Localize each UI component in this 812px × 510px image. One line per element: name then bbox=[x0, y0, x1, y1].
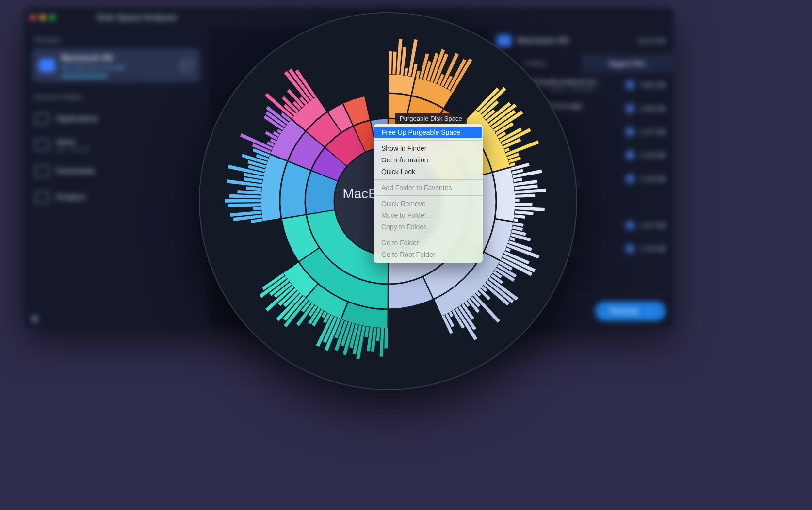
file-size: 2.47 GB bbox=[641, 222, 666, 229]
sunburst-bar bbox=[384, 328, 388, 349]
chevron-right-icon: › bbox=[649, 307, 651, 316]
info-icon[interactable] bbox=[625, 174, 635, 184]
menu-separator bbox=[374, 195, 483, 196]
disk-icon bbox=[39, 59, 55, 72]
sunburst-bar bbox=[510, 162, 516, 167]
sunburst-bar bbox=[225, 199, 261, 202]
sunburst-bar bbox=[515, 199, 520, 202]
window-controls[interactable] bbox=[30, 15, 55, 20]
favorites-label: Favorite Folders bbox=[34, 93, 198, 101]
sunburst-bar bbox=[505, 247, 511, 252]
sunburst-bar bbox=[379, 328, 384, 357]
sunburst-bar bbox=[509, 237, 516, 241]
info-icon[interactable] bbox=[625, 150, 635, 160]
sunburst-bar bbox=[408, 39, 418, 76]
favorite-name: alexa bbox=[56, 138, 89, 146]
sidebar: Storages Macintosh HD 86.5 GB Free of 12… bbox=[24, 27, 209, 328]
sunburst-bar bbox=[376, 328, 380, 341]
file-size: 3.99 GB bbox=[641, 105, 666, 112]
info-icon[interactable] bbox=[625, 244, 635, 254]
minimize-icon[interactable] bbox=[40, 15, 46, 20]
favorite-item-downloads[interactable]: Downloads bbox=[32, 158, 200, 184]
sunburst-bar bbox=[253, 207, 261, 210]
disk-size: 82.8 GB bbox=[639, 36, 666, 45]
file-size: 2.19 GB bbox=[641, 151, 666, 159]
favorite-item-applications[interactable]: Applications bbox=[32, 106, 200, 132]
storage-row[interactable]: Macintosh HD 86.5 GB Free of 121 GB bbox=[32, 48, 200, 82]
sunburst-bar bbox=[389, 51, 392, 74]
tab-biggest-files[interactable]: Biggest files bbox=[581, 54, 673, 73]
zoom-icon[interactable] bbox=[49, 15, 55, 20]
info-icon[interactable] bbox=[625, 104, 635, 113]
sunburst-bar bbox=[251, 219, 262, 223]
sunburst-bar bbox=[515, 203, 533, 206]
disk-header: Macintosh HD 82.8 GB bbox=[489, 27, 673, 54]
menu-separator bbox=[374, 235, 483, 235]
sunburst-bar bbox=[515, 207, 544, 211]
sunburst-bar bbox=[504, 148, 510, 152]
info-icon[interactable] bbox=[625, 221, 635, 230]
context-menu: Free Up Purgeable SpaceShow in FinderGet… bbox=[374, 124, 483, 263]
sunburst-bar bbox=[515, 210, 534, 215]
menu-item[interactable]: Show in Finder bbox=[374, 143, 483, 154]
sunburst-bar bbox=[513, 222, 523, 227]
menu-item[interactable]: Get Information bbox=[374, 154, 483, 166]
favorite-sub: Size: 18.0 GB bbox=[56, 146, 89, 152]
close-icon[interactable] bbox=[30, 15, 36, 20]
menu-item[interactable]: Free Up Purgeable Space bbox=[374, 127, 482, 138]
sunburst-bar bbox=[392, 52, 396, 75]
folder-icon bbox=[35, 139, 49, 151]
disk-icon bbox=[497, 35, 511, 47]
menu-item: Move to Folder... bbox=[374, 209, 483, 221]
storage-usage-bar bbox=[61, 75, 139, 77]
file-size: 5.82 GB bbox=[641, 81, 666, 89]
favorite-name: Applications bbox=[56, 114, 98, 123]
menu-item: Add Folder to Favorites bbox=[374, 182, 483, 193]
menu-item[interactable]: Quick Look bbox=[374, 166, 483, 177]
favorite-name: Dropbox bbox=[56, 193, 85, 202]
sunburst-bar bbox=[513, 178, 522, 182]
file-size: 2.47 GB bbox=[641, 128, 666, 136]
sunburst-bar bbox=[455, 308, 477, 340]
sunburst-bar bbox=[237, 190, 261, 194]
context-menu-title: Purgeable Disk Space bbox=[395, 113, 467, 124]
app-title: Disk Space Analyzer bbox=[97, 13, 177, 23]
remove-button[interactable]: Remove › bbox=[595, 302, 666, 321]
menu-item: Go to Folder bbox=[374, 237, 483, 249]
sunburst-bar bbox=[514, 214, 525, 219]
menu-separator bbox=[374, 140, 483, 141]
storage-free: 86.5 GB Free of 121 GB bbox=[61, 64, 139, 71]
sunburst-bar bbox=[229, 194, 261, 199]
sunburst-bar bbox=[246, 186, 262, 191]
sunburst-bar bbox=[405, 68, 408, 76]
menu-item: Quick Remove bbox=[374, 198, 483, 209]
sunburst-bar bbox=[365, 326, 369, 337]
menu-item: Go to Root Folder bbox=[374, 249, 483, 260]
folder-icon bbox=[35, 113, 49, 125]
sunburst-bar bbox=[228, 203, 261, 207]
sunburst-segment[interactable] bbox=[493, 168, 515, 221]
storage-name: Macintosh HD bbox=[61, 54, 139, 63]
folder-icon bbox=[35, 191, 49, 203]
file-size: 2.19 GB bbox=[641, 175, 666, 183]
disk-name: Macintosh HD bbox=[517, 36, 633, 46]
favorite-item-dropbox[interactable]: Dropbox bbox=[32, 184, 200, 210]
folder-icon bbox=[35, 165, 49, 177]
sunburst-bar bbox=[515, 194, 536, 198]
storages-label: Storages bbox=[34, 36, 198, 44]
file-size: 2.19 GB bbox=[641, 245, 666, 253]
favorite-item-user[interactable]: alexa Size: 18.0 GB bbox=[32, 132, 200, 158]
sunburst-bar bbox=[416, 71, 420, 78]
sunburst-bar bbox=[295, 69, 316, 98]
info-icon[interactable] bbox=[625, 80, 635, 90]
gear-icon[interactable] bbox=[29, 314, 39, 324]
sunburst-bar bbox=[514, 219, 518, 222]
sunburst-segment[interactable] bbox=[389, 74, 415, 95]
favorite-name: Downloads bbox=[56, 167, 95, 175]
scan-button[interactable] bbox=[180, 59, 194, 72]
menu-item: Copy to Folder... bbox=[374, 221, 483, 233]
info-icon[interactable] bbox=[625, 127, 635, 137]
menu-separator bbox=[374, 179, 483, 180]
remove-label: Remove bbox=[610, 307, 639, 316]
